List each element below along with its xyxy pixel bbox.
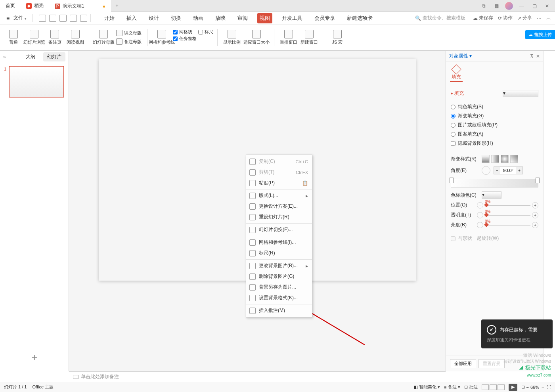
zoom-out-button[interactable]: − <box>526 385 529 390</box>
grid-guides-button[interactable]: 网格和参考线 <box>152 29 171 46</box>
gradient-handle-2[interactable] <box>536 178 540 183</box>
fill-tab[interactable]: 填充 <box>450 65 463 82</box>
transparency-slider[interactable]: −0%＋ <box>477 212 538 218</box>
gradient-handle-1[interactable] <box>450 178 454 183</box>
save-icon[interactable] <box>39 15 46 22</box>
user-avatar[interactable] <box>505 2 513 10</box>
layout-icon[interactable]: ⧉ <box>480 2 488 10</box>
gridlines-checkbox[interactable]: 网格线 <box>173 29 197 35</box>
tab-dock[interactable]: ◆ 稻壳 <box>21 0 49 12</box>
ctx-cut[interactable]: 剪切(T)Ctrl+X <box>246 167 312 178</box>
ctx-transition[interactable]: 幻灯片切换(F)... <box>246 224 312 235</box>
reset-bg-button[interactable]: 重置背景 <box>478 359 505 368</box>
menu-tab-10[interactable]: 新建选项卡 <box>344 13 375 23</box>
js-macro-button[interactable]: JS 宏 <box>328 29 347 46</box>
position-slider[interactable]: −0%＋ <box>477 202 538 208</box>
view-reading-icon[interactable] <box>498 384 505 390</box>
ctx-change-design[interactable]: 更换设计方案(E)... <box>246 201 312 212</box>
command-search[interactable]: 🔍 查找命令、搜索模板 <box>412 13 468 23</box>
view-reading-button[interactable]: 阅读视图 <box>66 29 85 46</box>
menu-tab-4[interactable]: 动画 <box>191 13 206 23</box>
notes-toggle[interactable]: ≡ 备注 ▾ <box>444 384 460 390</box>
collab-button[interactable]: ⟳协作 <box>498 15 513 21</box>
notes-master-button[interactable]: 备注母版 <box>115 38 143 46</box>
gradient-preset-3[interactable] <box>501 155 509 163</box>
notes-bar[interactable]: 单击此处添加备注 <box>69 371 446 382</box>
ctx-paste[interactable]: 粘贴(P)📋 <box>246 178 312 188</box>
gradient-stops-slider[interactable] <box>451 179 538 187</box>
grid-icon[interactable]: ▦ <box>492 2 500 10</box>
pin-icon[interactable]: ⊼ <box>530 54 534 59</box>
zoom-in-button[interactable]: ＋ <box>541 384 545 390</box>
ctx-layout[interactable]: 版式(L)...▸ <box>246 190 312 201</box>
fit-window-button[interactable]: 适应窗口大小 <box>243 29 270 46</box>
ctx-bg-format[interactable]: 设置背景格式(K)... <box>246 293 312 303</box>
maximize-button[interactable]: ▢ <box>530 2 538 10</box>
slide-master-button[interactable]: 幻灯片母版 <box>94 29 113 46</box>
tab-document[interactable]: P 演示文稿1 ● <box>49 0 111 12</box>
ctx-delete-bg[interactable]: 删除背景图片(G) <box>246 271 312 282</box>
slide-thumbnail-1[interactable]: 1 <box>9 66 64 98</box>
gradient-preset-1[interactable] <box>482 155 490 163</box>
ctx-grid-guides[interactable]: 网格和参考线(I)... <box>246 237 312 248</box>
menu-tab-0[interactable]: 开始 <box>102 13 117 23</box>
unsaved-indicator[interactable]: ☁未保存 <box>473 15 493 21</box>
close-panel-icon[interactable]: ✕ <box>536 54 540 59</box>
undo-icon[interactable] <box>70 15 77 22</box>
ctx-save-bg-as[interactable]: 背景另存为图片... <box>246 282 312 293</box>
ctx-reset-slide[interactable]: 重设幻灯片(R) <box>246 212 312 222</box>
view-sorter-icon[interactable] <box>490 384 497 390</box>
play-slideshow-button[interactable]: ▶ <box>509 384 517 391</box>
menu-tab-9[interactable]: 会员专享 <box>312 13 337 23</box>
menu-tab-8[interactable]: 开发工具 <box>279 13 305 23</box>
ctx-insert-comment[interactable]: 插入批注(M) <box>246 305 312 316</box>
fit-icon[interactable]: ⊡ <box>521 384 525 390</box>
ruler-checkbox[interactable]: 标尺 <box>198 29 213 35</box>
fill-solid-radio[interactable]: 纯色填充(S) <box>451 102 538 111</box>
apply-all-button[interactable]: 全部应用 <box>450 359 476 368</box>
file-menu-button[interactable]: 文件 <box>4 14 29 22</box>
smart-beautify-button[interactable]: ◧智能美化 ▾ <box>414 384 440 390</box>
menu-tab-2[interactable]: 设计 <box>146 13 161 23</box>
new-window-button[interactable]: 新建窗口 <box>300 29 319 46</box>
ctx-change-bg[interactable]: 更改背景图片(B)...▸ <box>246 260 312 271</box>
angle-knob[interactable] <box>482 166 490 175</box>
fill-section-toggle[interactable]: ▸ 填充 <box>451 90 464 97</box>
more-menu[interactable]: ⋯ <box>537 15 542 21</box>
outline-tab[interactable]: 大纲 <box>22 52 39 61</box>
print-preview-icon[interactable] <box>49 15 56 22</box>
angle-input[interactable]: −＋ <box>494 166 523 174</box>
gradient-preset-4[interactable] <box>510 155 518 163</box>
tab-home[interactable]: 首页 <box>0 0 21 12</box>
view-normal-button[interactable]: 普通 <box>4 29 23 46</box>
comments-toggle[interactable]: ⊡ 批注 <box>464 384 478 390</box>
share-button[interactable]: ↗分享 <box>517 15 532 21</box>
menu-tab-7[interactable]: 视图 <box>257 13 272 23</box>
collapse-ribbon-icon[interactable]: ︿ <box>546 15 551 21</box>
fill-pattern-radio[interactable]: 图案填充(A) <box>451 130 538 139</box>
zoom-value[interactable]: 66% <box>530 385 539 390</box>
print-icon[interactable] <box>59 15 67 22</box>
menu-tab-3[interactable]: 切换 <box>168 13 184 23</box>
gradient-preset-2[interactable] <box>491 155 499 163</box>
slides-tab[interactable]: 幻灯片 <box>43 52 65 61</box>
fill-picture-radio[interactable]: 图片或纹理填充(P) <box>451 120 538 130</box>
brightness-slider[interactable]: −0%＋ <box>477 222 538 228</box>
view-notes-page-button[interactable]: 备注页 <box>45 29 64 46</box>
tab-add-button[interactable]: ＋ <box>111 2 123 9</box>
menu-tab-5[interactable]: 放映 <box>213 13 228 23</box>
handout-master-button[interactable]: 讲义母版 <box>115 29 143 37</box>
close-button[interactable]: ✕ <box>543 2 551 10</box>
fill-gradient-radio[interactable]: 渐变填充(G) <box>451 111 538 120</box>
menu-tab-6[interactable]: 审阅 <box>235 13 250 23</box>
ctx-ruler[interactable]: 标尺(R) <box>246 248 312 258</box>
menu-tab-1[interactable]: 插入 <box>124 13 139 23</box>
taskpane-checkbox[interactable]: 任务窗格 <box>173 36 197 42</box>
zoom-ratio-button[interactable]: 显示比例 <box>222 29 241 46</box>
add-slide-button[interactable]: ＋ <box>0 343 69 371</box>
redo-icon[interactable] <box>80 15 87 22</box>
drag-upload-button[interactable]: ☁ 拖拽上传 <box>525 30 555 39</box>
arrange-windows-button[interactable]: 重排窗口 <box>279 29 298 46</box>
collapse-outline-icon[interactable]: « <box>3 54 6 59</box>
fullscreen-icon[interactable]: ⛶ <box>547 385 551 390</box>
